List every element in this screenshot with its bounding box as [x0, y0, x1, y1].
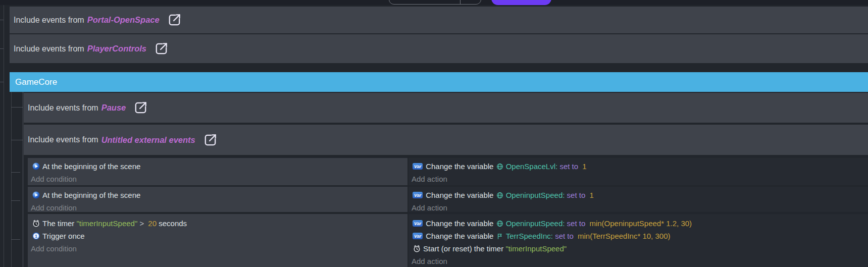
condition-line[interactable]: At the beginning of the scene [28, 160, 407, 173]
add-action-button[interactable]: Add action [409, 201, 868, 214]
add-condition-button[interactable]: Add condition [28, 242, 407, 255]
scene-variable-icon [496, 233, 503, 240]
scene-start-icon [32, 163, 40, 170]
text-segment: : [563, 219, 567, 228]
text-segment: set to [559, 162, 578, 171]
tree-tick [11, 239, 20, 240]
add-action-button[interactable]: Add action [409, 173, 868, 185]
include-events-row[interactable]: Include events from Pause [24, 93, 868, 123]
tree-line [11, 92, 12, 267]
scene-start-icon [32, 191, 40, 199]
condition-line[interactable]: 1Trigger once [28, 230, 407, 242]
text-segment: min(TerrSpeedInc* 10, 300) [576, 232, 671, 240]
action-line[interactable]: VarChange the variable OpeninputSpeed: s… [409, 189, 868, 201]
primary-action-button[interactable] [491, 0, 551, 5]
external-link-icon[interactable] [133, 100, 148, 116]
include-events-row[interactable]: Include events from PlayerControls [10, 34, 868, 63]
event-row: The timer "timerInputSpeed" > 20 seconds… [28, 214, 868, 267]
text-segment: Var [413, 233, 423, 239]
gutter-line [4, 5, 4, 267]
conditions-cell: The timer "timerInputSpeed" > 20 seconds… [28, 214, 407, 267]
add-action-button[interactable]: Add action [409, 255, 868, 267]
global-variable-icon [496, 163, 503, 170]
external-link-icon[interactable] [167, 12, 182, 28]
group-header-gamecore[interactable]: GameCore [10, 72, 868, 92]
svg-text:1: 1 [35, 234, 37, 239]
text-segment: set to [567, 219, 586, 228]
group-title: GameCore [15, 77, 57, 87]
external-events-link[interactable]: Portal-OpenSpace [87, 15, 160, 25]
text-segment: : [555, 162, 559, 171]
include-events-label: Include events from [28, 135, 98, 144]
actions-cell: VarChange the variable OpenSpaceLvl: set… [409, 158, 868, 185]
text-segment: At the beginning of the scene [42, 191, 140, 199]
condition-line[interactable]: At the beginning of the scene [28, 189, 407, 201]
text-segment: Var [413, 163, 423, 170]
tree-tick [0, 48, 4, 49]
text-segment: Trigger once [42, 232, 85, 240]
text-segment: OpeninputSpeed [506, 191, 563, 199]
text-segment: set to [555, 232, 574, 240]
condition-line[interactable]: The timer "timerInputSpeed" > 20 seconds [28, 217, 407, 230]
timer-icon [32, 220, 40, 227]
text-segment: OpenSpaceLvl [506, 162, 555, 171]
include-events-label: Include events from [14, 44, 84, 54]
text-segment: The timer [42, 219, 77, 228]
text-segment: 1 [580, 162, 587, 171]
text-segment: Start (or reset) the timer [423, 244, 505, 253]
text-segment: Change the variable [426, 162, 495, 171]
text-segment: Var [413, 192, 423, 198]
tree-tick [11, 172, 20, 173]
actions-cell: VarChange the variable OpeninputSpeed: s… [409, 214, 868, 267]
timer-icon [413, 245, 421, 252]
text-segment: Change the variable [426, 191, 495, 199]
text-segment: Change the variable [426, 219, 495, 228]
action-line[interactable]: VarChange the variable TerrSpeedInc: set… [409, 230, 868, 242]
global-variable-icon [496, 192, 503, 199]
add-condition-button[interactable]: Add condition [28, 173, 407, 185]
trigger-once-icon: 1 [32, 232, 40, 240]
external-link-icon[interactable] [202, 132, 218, 148]
event-row: At the beginning of the scene Add condit… [28, 158, 868, 185]
add-condition-button[interactable]: Add condition [28, 201, 407, 214]
tree-tick [11, 200, 20, 201]
text-segment: TerrSpeedInc [506, 232, 551, 240]
dropdown-divider [460, 0, 461, 4]
external-events-link[interactable]: PlayerControls [87, 44, 146, 54]
tree-tick [11, 140, 23, 140]
text-segment: : [563, 191, 567, 199]
text-segment: OpeninputSpeed [506, 219, 563, 228]
event-row: At the beginning of the scene Add condit… [28, 187, 868, 212]
actions-cell: VarChange the variable OpeninputSpeed: s… [409, 187, 868, 212]
conditions-cell: At the beginning of the scene Add condit… [28, 158, 407, 185]
external-events-link[interactable]: Untitled external events [101, 135, 195, 145]
include-events-label: Include events from [14, 16, 84, 25]
include-events-label: Include events from [28, 103, 98, 113]
include-events-row[interactable]: Include events from Portal-OpenSpace [10, 7, 868, 33]
text-segment: > [137, 219, 146, 228]
tree-line [23, 92, 23, 267]
top-toolbar [0, 0, 868, 5]
text-segment: Var [413, 220, 423, 227]
action-line[interactable]: Start (or reset) the timer "timerInputSp… [409, 242, 868, 255]
text-segment: : [551, 232, 555, 240]
text-segment: "timerInputSpeed" [505, 244, 567, 253]
external-events-link[interactable]: Pause [101, 103, 126, 113]
text-segment: 20 [148, 219, 157, 228]
text-segment: "timerInputSpeed" [77, 219, 138, 228]
text-segment: set to [567, 191, 586, 199]
tree-tick [0, 82, 4, 82]
text-segment: min(OpeninputSpeed* 1.2, 30) [587, 219, 692, 228]
text-segment: At the beginning of the scene [42, 162, 140, 171]
global-variable-icon [496, 220, 503, 227]
tree-tick [11, 107, 23, 108]
text-segment: 1 [587, 191, 594, 199]
external-link-icon[interactable] [154, 41, 169, 57]
include-events-row[interactable]: Include events from Untitled external ev… [24, 125, 868, 155]
text-segment: Change the variable [426, 232, 495, 240]
tree-tick [0, 20, 4, 20]
toolbar-dropdown[interactable] [389, 0, 481, 5]
action-line[interactable]: VarChange the variable OpeninputSpeed: s… [409, 217, 868, 230]
conditions-cell: At the beginning of the scene Add condit… [28, 187, 407, 212]
action-line[interactable]: VarChange the variable OpenSpaceLvl: set… [409, 160, 868, 173]
